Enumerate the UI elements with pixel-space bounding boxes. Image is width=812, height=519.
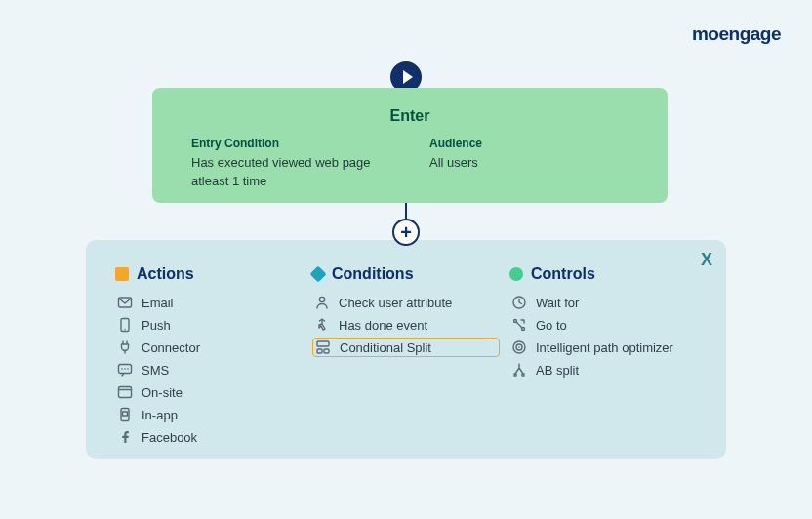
actions-item-plug[interactable]: Connector — [115, 338, 303, 357]
phone-icon — [117, 317, 133, 333]
actions-item-phone[interactable]: Push — [115, 315, 303, 335]
svg-point-6 — [127, 368, 129, 370]
ab-icon — [511, 362, 527, 378]
controls-column: Controls Wait forGo toIntelligent path o… — [509, 265, 697, 441]
conditions-item-label: Has done event — [339, 318, 427, 333]
svg-point-5 — [124, 368, 126, 370]
controls-item-label: Go to — [536, 318, 567, 333]
actions-item-label: Facebook — [142, 430, 197, 445]
conditions-item-label: Conditional Split — [340, 340, 431, 355]
target-icon — [511, 339, 527, 355]
entry-condition-text: Has executed viewed web page atleast 1 t… — [191, 154, 390, 191]
mail-icon — [117, 295, 133, 310]
enter-title: Enter — [191, 107, 629, 125]
actions-item-facebook[interactable]: Facebook — [115, 427, 303, 447]
actions-item-label: SMS — [142, 363, 169, 378]
controls-marker-icon — [509, 267, 523, 281]
actions-item-inapp[interactable]: In-app — [115, 405, 303, 424]
enter-card: Enter Entry Condition Has executed viewe… — [152, 88, 668, 203]
conditions-column: Conditions Check user attributeHas done … — [312, 265, 500, 441]
actions-item-label: On-site — [142, 385, 183, 400]
svg-point-2 — [124, 329, 125, 330]
clock-icon — [511, 295, 527, 310]
conditions-item-user[interactable]: Check user attribute — [312, 293, 500, 312]
actions-marker-icon — [115, 267, 129, 281]
plug-icon — [117, 339, 133, 355]
entry-condition-label: Entry Condition — [191, 137, 390, 150]
actions-item-label: Email — [142, 296, 174, 310]
actions-item-label: Push — [142, 318, 171, 333]
actions-title: Actions — [137, 265, 194, 283]
tap-icon — [314, 317, 330, 333]
conditions-title: Conditions — [332, 265, 414, 283]
controls-title: Controls — [531, 265, 595, 283]
svg-point-10 — [319, 297, 324, 301]
actions-item-window[interactable]: On-site — [115, 382, 303, 402]
controls-item-target[interactable]: Intelligent path optimizer — [509, 338, 697, 357]
svg-rect-9 — [123, 412, 128, 416]
controls-item-ab[interactable]: AB split — [509, 360, 697, 379]
goto-icon — [511, 317, 527, 333]
conditions-item-split[interactable]: Conditional Split — [312, 338, 500, 357]
svg-point-4 — [121, 368, 123, 370]
actions-item-label: In-app — [142, 408, 178, 422]
entry-condition-block: Entry Condition Has executed viewed web … — [191, 137, 390, 191]
controls-item-clock[interactable]: Wait for — [509, 293, 697, 312]
actions-item-sms[interactable]: SMS — [115, 360, 303, 379]
audience-text: All users — [429, 154, 629, 173]
conditions-item-tap[interactable]: Has done event — [312, 315, 500, 335]
conditions-item-label: Check user attribute — [339, 296, 452, 310]
actions-item-label: Connector — [142, 340, 200, 355]
svg-rect-12 — [317, 349, 322, 353]
conditions-marker-icon — [310, 266, 327, 283]
svg-rect-13 — [324, 349, 329, 353]
sms-icon — [117, 362, 133, 378]
add-step-button[interactable]: + — [392, 219, 420, 246]
svg-rect-7 — [119, 387, 132, 398]
audience-block: Audience All users — [429, 137, 629, 191]
brand-logo: moengage — [692, 23, 781, 45]
svg-point-19 — [518, 346, 520, 348]
add-step-panel: X Actions EmailPushConnectorSMSOn-siteIn… — [86, 240, 726, 459]
actions-column: Actions EmailPushConnectorSMSOn-siteIn-a… — [115, 265, 303, 441]
close-panel-button[interactable]: X — [701, 250, 712, 270]
inapp-icon — [117, 407, 133, 422]
svg-point-20 — [514, 374, 516, 376]
controls-item-label: Intelligent path optimizer — [536, 340, 673, 355]
facebook-icon — [117, 429, 133, 445]
svg-rect-11 — [317, 341, 329, 346]
split-icon — [315, 339, 331, 355]
controls-item-goto[interactable]: Go to — [509, 315, 697, 335]
svg-point-21 — [522, 374, 524, 376]
window-icon — [117, 384, 133, 400]
user-icon — [314, 295, 330, 310]
audience-label: Audience — [429, 137, 629, 150]
controls-item-label: Wait for — [536, 296, 579, 310]
actions-item-mail[interactable]: Email — [115, 293, 303, 312]
controls-item-label: AB split — [536, 363, 579, 378]
